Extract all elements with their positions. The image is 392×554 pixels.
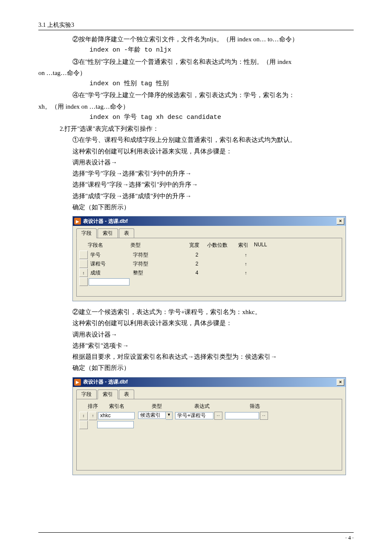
para: 这种索引的创建可以利用表设计器来实现，具体步骤是： bbox=[38, 146, 354, 157]
cell-type: 整型 bbox=[133, 269, 184, 277]
col-filter: 筛选 bbox=[250, 403, 292, 410]
empty-input[interactable] bbox=[89, 278, 130, 286]
para: 选择"课程号"字段→选择"索引"列中的升序→ bbox=[38, 179, 354, 190]
para: 2.打开"选课"表完成下列索引操作： bbox=[38, 123, 354, 134]
dialog-title: 表设计器 - 选课.dbf bbox=[83, 378, 337, 386]
field-row[interactable]: ↕ 成绩 整型 4 ↑ bbox=[79, 268, 339, 277]
filter-builder-button[interactable]: .. bbox=[260, 412, 268, 420]
para: ④在"学号"字段上建立一个降序的候选索引，索引表达式为：学号，索引名为： bbox=[38, 89, 354, 101]
col-order: 排序 bbox=[88, 403, 109, 410]
chevron-down-icon[interactable]: ▼ bbox=[166, 412, 173, 420]
row-handle-icon[interactable] bbox=[79, 251, 88, 259]
up-arrow-icon: ↑ bbox=[235, 270, 257, 275]
col-type: 类型 bbox=[130, 242, 182, 249]
tabs: 字段 索引 表 bbox=[76, 228, 342, 238]
expr-input[interactable]: 学号+课程号 bbox=[175, 412, 213, 419]
body-text: ②建立一个候选索引，表达式为：学号+课程号，索引名为：xhkc。 这种索引的创建… bbox=[38, 306, 354, 374]
titlebar[interactable]: ▶ 表设计器 - 选课.dbf × bbox=[73, 216, 346, 226]
tab-fields[interactable]: 字段 bbox=[76, 228, 97, 238]
up-arrow-icon: ↑ bbox=[235, 252, 257, 257]
up-arrow-icon: ↑ bbox=[235, 261, 257, 266]
code-line: index on -年龄 to nljx bbox=[38, 45, 354, 56]
col-name: 索引名 bbox=[109, 403, 152, 410]
sort-asc-icon[interactable]: ↑ bbox=[89, 412, 97, 420]
filter-input[interactable] bbox=[225, 412, 259, 419]
col-null: NULL bbox=[254, 242, 275, 249]
titlebar[interactable]: ▶ 表设计器 - 选课.dbf × bbox=[73, 378, 346, 387]
page-header: 3.1 上机实验3 bbox=[38, 21, 354, 30]
index-row-empty[interactable] bbox=[79, 421, 339, 429]
para: on …tag…命令） bbox=[38, 67, 354, 78]
cell-width: 4 bbox=[184, 270, 210, 276]
expr-builder-button[interactable]: .. bbox=[214, 412, 222, 420]
para: xh。（用 index on …tag…命令） bbox=[38, 101, 354, 112]
col-idx: 索引 bbox=[233, 242, 254, 249]
empty-input[interactable] bbox=[97, 421, 134, 428]
field-row[interactable]: 课程号 字符型 2 ↑ bbox=[79, 260, 339, 268]
para: 选择"索引"选项卡→ bbox=[38, 340, 354, 351]
cell-type: 字符型 bbox=[133, 260, 184, 268]
row-handle-icon[interactable]: ↕ bbox=[79, 412, 88, 420]
code-line: index on 性别 tag 性别 bbox=[38, 78, 354, 89]
para: ③在"性别"字段上建立一个普通索引，索引名和表达式均为：性别。（用 index bbox=[38, 56, 354, 67]
body-text: ②按年龄降序建立一个独立索引文件，文件名为nljx。（用 index on… t… bbox=[38, 34, 354, 213]
col-dec: 小数位数 bbox=[207, 242, 233, 249]
para: 确定（如下图所示） bbox=[38, 362, 354, 373]
para: 选择"学号"字段→选择"索引"列中的升序→ bbox=[38, 168, 354, 179]
row-handle-icon[interactable]: ↕ bbox=[79, 268, 88, 277]
column-headers: 字段名 类型 宽度 小数位数 索引 NULL bbox=[79, 241, 339, 251]
col-type: 类型 bbox=[152, 403, 194, 410]
row-handle-icon[interactable] bbox=[79, 277, 88, 286]
close-icon[interactable]: × bbox=[337, 218, 344, 225]
para: 确定（如下图所示） bbox=[38, 202, 354, 213]
para: 选择"成绩"字段→选择"成绩"列中的升序→ bbox=[38, 190, 354, 202]
combo-value: 候选索引 bbox=[138, 412, 166, 419]
cell-name: 学号 bbox=[89, 251, 133, 259]
col-width: 宽度 bbox=[182, 242, 207, 249]
row-handle-icon[interactable] bbox=[79, 421, 88, 429]
dialog-title: 表设计器 - 选课.dbf bbox=[83, 218, 337, 225]
tab-panel: 排序 索引名 类型 表达式 筛选 ↕ ↑ xhkc 候选索引 ▼ 学 bbox=[76, 399, 342, 470]
page-footer: · 4 · bbox=[38, 532, 354, 541]
cell-name: 课程号 bbox=[89, 260, 133, 268]
para: 这种索引的创建可以利用表设计器来实现，具体步骤是： bbox=[38, 317, 354, 329]
cell-type: 字符型 bbox=[133, 251, 184, 259]
tab-index[interactable]: 索引 bbox=[98, 228, 118, 238]
tabs: 字段 索引 表 bbox=[76, 390, 342, 399]
row-handle-icon[interactable] bbox=[79, 260, 88, 268]
table-designer-dialog-index: ▶ 表设计器 - 选课.dbf × 字段 索引 表 排序 索引名 类型 表达式 … bbox=[72, 377, 346, 475]
index-row[interactable]: ↕ ↑ xhkc 候选索引 ▼ 学号+课程号 .. .. bbox=[79, 412, 339, 420]
col-expr: 表达式 bbox=[194, 403, 250, 410]
fox-icon: ▶ bbox=[74, 379, 81, 386]
tab-fields[interactable]: 字段 bbox=[76, 390, 97, 399]
table-designer-dialog-fields: ▶ 表设计器 - 选课.dbf × 字段 索引 表 字段名 类型 宽度 小数位数… bbox=[72, 216, 346, 301]
close-icon[interactable]: × bbox=[337, 379, 344, 386]
tab-panel: 字段名 类型 宽度 小数位数 索引 NULL 学号 字符型 2 ↑ bbox=[76, 238, 342, 297]
tab-index[interactable]: 索引 bbox=[98, 390, 118, 399]
index-type-combo[interactable]: 候选索引 ▼ bbox=[138, 412, 173, 420]
para: 调用表设计器→ bbox=[38, 329, 354, 340]
para: ②建立一个候选索引，表达式为：学号+课程号，索引名为：xhkc。 bbox=[38, 306, 354, 317]
field-row-empty[interactable] bbox=[79, 277, 339, 286]
para: ①在学号、课程号和成绩字段上分别建立普通索引，索引名和表达式均为默认。 bbox=[38, 134, 354, 145]
para: 根据题目要求，对应设置索引名和表达式→选择索引类型为：侯选索引→ bbox=[38, 351, 354, 362]
field-row[interactable]: 学号 字符型 2 ↑ bbox=[79, 251, 339, 259]
para: ②按年龄降序建立一个独立索引文件，文件名为nljx。（用 index on… t… bbox=[38, 34, 354, 45]
tab-table[interactable]: 表 bbox=[119, 228, 134, 238]
code-line: index on 学号 tag xh desc candidate bbox=[38, 112, 354, 123]
index-name-input[interactable]: xhkc bbox=[98, 412, 135, 419]
tab-table[interactable]: 表 bbox=[119, 390, 134, 399]
column-headers: 排序 索引名 类型 表达式 筛选 bbox=[79, 402, 339, 412]
cell-width: 2 bbox=[184, 252, 210, 258]
fox-icon: ▶ bbox=[74, 218, 81, 225]
col-name: 字段名 bbox=[88, 242, 130, 249]
cell-name: 成绩 bbox=[89, 269, 133, 277]
para: 调用表设计器→ bbox=[38, 157, 354, 168]
cell-width: 2 bbox=[184, 261, 210, 267]
